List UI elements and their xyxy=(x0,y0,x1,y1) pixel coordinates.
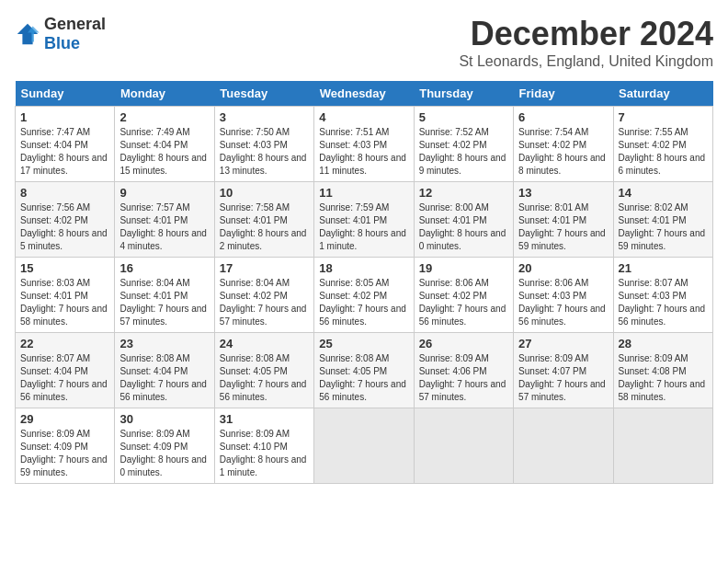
day-number: 5 xyxy=(419,110,508,124)
calendar-cell: 7 Sunrise: 7:55 AM Sunset: 4:02 PM Dayli… xyxy=(613,107,712,182)
calendar-cell: 3 Sunrise: 7:50 AM Sunset: 4:03 PM Dayli… xyxy=(214,107,313,182)
calendar-cell: 31 Sunrise: 8:09 AM Sunset: 4:10 PM Dayl… xyxy=(214,408,313,484)
calendar-cell: 4 Sunrise: 7:51 AM Sunset: 4:03 PM Dayli… xyxy=(314,107,414,182)
calendar-cell: 16 Sunrise: 8:04 AM Sunset: 4:01 PM Dayl… xyxy=(115,258,214,333)
header-sunday: Sunday xyxy=(16,81,115,107)
calendar-week-row: 15 Sunrise: 8:03 AM Sunset: 4:01 PM Dayl… xyxy=(16,258,713,333)
title-section: December 2024 St Leonards, England, Unit… xyxy=(459,15,713,70)
calendar-cell: 8 Sunrise: 7:56 AM Sunset: 4:02 PM Dayli… xyxy=(16,182,115,258)
calendar-cell: 20 Sunrise: 8:06 AM Sunset: 4:03 PM Dayl… xyxy=(514,258,613,333)
calendar-cell: 25 Sunrise: 8:08 AM Sunset: 4:05 PM Dayl… xyxy=(314,333,414,408)
cell-content: Sunrise: 8:01 AM Sunset: 4:01 PM Dayligh… xyxy=(518,201,608,253)
calendar-week-row: 22 Sunrise: 8:07 AM Sunset: 4:04 PM Dayl… xyxy=(16,333,713,408)
day-number: 15 xyxy=(20,261,109,275)
calendar-header-row: SundayMondayTuesdayWednesdayThursdayFrid… xyxy=(16,81,713,107)
header-wednesday: Wednesday xyxy=(314,81,414,107)
cell-content: Sunrise: 7:47 AM Sunset: 4:04 PM Dayligh… xyxy=(20,126,109,178)
calendar-cell: 21 Sunrise: 8:07 AM Sunset: 4:03 PM Dayl… xyxy=(613,258,712,333)
day-number: 3 xyxy=(220,110,309,124)
calendar-week-row: 8 Sunrise: 7:56 AM Sunset: 4:02 PM Dayli… xyxy=(16,182,713,258)
day-number: 4 xyxy=(319,110,408,124)
cell-content: Sunrise: 7:57 AM Sunset: 4:01 PM Dayligh… xyxy=(119,201,209,253)
day-number: 11 xyxy=(319,186,408,200)
cell-content: Sunrise: 8:09 AM Sunset: 4:06 PM Dayligh… xyxy=(419,352,508,404)
cell-content: Sunrise: 7:59 AM Sunset: 4:01 PM Dayligh… xyxy=(319,201,408,253)
cell-content: Sunrise: 8:08 AM Sunset: 4:04 PM Dayligh… xyxy=(119,352,209,404)
day-number: 23 xyxy=(119,337,209,350)
calendar-cell: 9 Sunrise: 7:57 AM Sunset: 4:01 PM Dayli… xyxy=(115,182,214,258)
calendar-cell: 6 Sunrise: 7:54 AM Sunset: 4:02 PM Dayli… xyxy=(514,107,613,182)
day-number: 17 xyxy=(220,261,309,275)
day-number: 10 xyxy=(220,186,309,200)
month-title: December 2024 xyxy=(459,15,713,53)
cell-content: Sunrise: 8:09 AM Sunset: 4:07 PM Dayligh… xyxy=(518,352,608,404)
calendar-cell: 2 Sunrise: 7:49 AM Sunset: 4:04 PM Dayli… xyxy=(115,107,214,182)
header-saturday: Saturday xyxy=(613,81,712,107)
calendar-cell: 12 Sunrise: 8:00 AM Sunset: 4:01 PM Dayl… xyxy=(414,182,513,258)
svg-marker-0 xyxy=(17,24,38,44)
day-number: 24 xyxy=(220,337,309,350)
cell-content: Sunrise: 7:52 AM Sunset: 4:02 PM Dayligh… xyxy=(419,126,508,178)
header-tuesday: Tuesday xyxy=(214,81,313,107)
calendar-week-row: 29 Sunrise: 8:09 AM Sunset: 4:09 PM Dayl… xyxy=(16,408,713,484)
calendar-cell: 27 Sunrise: 8:09 AM Sunset: 4:07 PM Dayl… xyxy=(514,333,613,408)
calendar-cell: 24 Sunrise: 8:08 AM Sunset: 4:05 PM Dayl… xyxy=(214,333,313,408)
cell-content: Sunrise: 8:06 AM Sunset: 4:02 PM Dayligh… xyxy=(419,277,508,328)
header-friday: Friday xyxy=(514,81,613,107)
calendar-cell: 1 Sunrise: 7:47 AM Sunset: 4:04 PM Dayli… xyxy=(16,107,115,182)
day-number: 22 xyxy=(20,337,109,350)
calendar-cell: 30 Sunrise: 8:09 AM Sunset: 4:09 PM Dayl… xyxy=(115,408,214,484)
cell-content: Sunrise: 8:02 AM Sunset: 4:01 PM Dayligh… xyxy=(619,201,708,253)
day-number: 31 xyxy=(220,412,309,426)
cell-content: Sunrise: 8:07 AM Sunset: 4:04 PM Dayligh… xyxy=(20,352,109,404)
cell-content: Sunrise: 7:51 AM Sunset: 4:03 PM Dayligh… xyxy=(319,126,408,178)
cell-content: Sunrise: 8:09 AM Sunset: 4:08 PM Dayligh… xyxy=(619,352,708,404)
cell-content: Sunrise: 8:07 AM Sunset: 4:03 PM Dayligh… xyxy=(619,277,708,328)
day-number: 27 xyxy=(518,337,608,350)
cell-content: Sunrise: 8:08 AM Sunset: 4:05 PM Dayligh… xyxy=(319,352,408,404)
calendar-cell: 29 Sunrise: 8:09 AM Sunset: 4:09 PM Dayl… xyxy=(16,408,115,484)
day-number: 29 xyxy=(20,412,109,426)
calendar-cell: 14 Sunrise: 8:02 AM Sunset: 4:01 PM Dayl… xyxy=(613,182,712,258)
cell-content: Sunrise: 8:08 AM Sunset: 4:05 PM Dayligh… xyxy=(220,352,309,404)
calendar-cell xyxy=(613,408,712,484)
day-number: 7 xyxy=(619,110,708,124)
calendar-cell: 28 Sunrise: 8:09 AM Sunset: 4:08 PM Dayl… xyxy=(613,333,712,408)
day-number: 1 xyxy=(20,110,109,124)
day-number: 25 xyxy=(319,337,408,350)
logo: General Blue xyxy=(15,15,106,53)
day-number: 21 xyxy=(619,261,708,275)
day-number: 14 xyxy=(619,186,708,200)
day-number: 8 xyxy=(20,186,109,200)
calendar-cell: 5 Sunrise: 7:52 AM Sunset: 4:02 PM Dayli… xyxy=(414,107,513,182)
header-thursday: Thursday xyxy=(414,81,513,107)
day-number: 28 xyxy=(619,337,708,350)
day-number: 9 xyxy=(119,186,209,200)
calendar-table: SundayMondayTuesdayWednesdayThursdayFrid… xyxy=(15,81,713,484)
calendar-cell: 13 Sunrise: 8:01 AM Sunset: 4:01 PM Dayl… xyxy=(514,182,613,258)
calendar-cell: 17 Sunrise: 8:04 AM Sunset: 4:02 PM Dayl… xyxy=(214,258,313,333)
cell-content: Sunrise: 8:06 AM Sunset: 4:03 PM Dayligh… xyxy=(518,277,608,328)
page-header: General Blue December 2024 St Leonards, … xyxy=(15,15,713,70)
day-number: 12 xyxy=(419,186,508,200)
logo-icon xyxy=(15,21,40,47)
cell-content: Sunrise: 8:00 AM Sunset: 4:01 PM Dayligh… xyxy=(419,201,508,253)
day-number: 2 xyxy=(119,110,209,124)
cell-content: Sunrise: 7:54 AM Sunset: 4:02 PM Dayligh… xyxy=(518,126,608,178)
calendar-cell: 23 Sunrise: 8:08 AM Sunset: 4:04 PM Dayl… xyxy=(115,333,214,408)
calendar-cell: 15 Sunrise: 8:03 AM Sunset: 4:01 PM Dayl… xyxy=(16,258,115,333)
calendar-cell: 10 Sunrise: 7:58 AM Sunset: 4:01 PM Dayl… xyxy=(214,182,313,258)
cell-content: Sunrise: 7:55 AM Sunset: 4:02 PM Dayligh… xyxy=(619,126,708,178)
day-number: 19 xyxy=(419,261,508,275)
day-number: 26 xyxy=(419,337,508,350)
calendar-cell xyxy=(514,408,613,484)
cell-content: Sunrise: 7:56 AM Sunset: 4:02 PM Dayligh… xyxy=(20,201,109,253)
logo-text: General Blue xyxy=(44,15,106,53)
day-number: 20 xyxy=(518,261,608,275)
day-number: 30 xyxy=(119,412,209,426)
cell-content: Sunrise: 7:49 AM Sunset: 4:04 PM Dayligh… xyxy=(119,126,209,178)
calendar-week-row: 1 Sunrise: 7:47 AM Sunset: 4:04 PM Dayli… xyxy=(16,107,713,182)
day-number: 6 xyxy=(518,110,608,124)
cell-content: Sunrise: 8:04 AM Sunset: 4:02 PM Dayligh… xyxy=(220,277,309,328)
cell-content: Sunrise: 7:58 AM Sunset: 4:01 PM Dayligh… xyxy=(220,201,309,253)
